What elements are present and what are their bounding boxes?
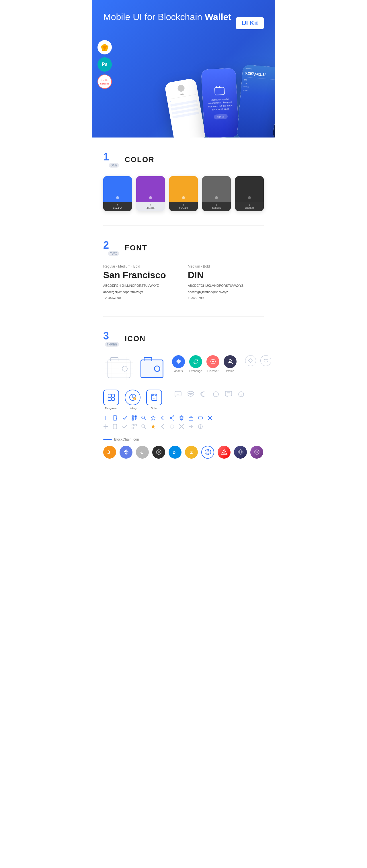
svg-rect-24: [108, 398, 111, 401]
share-icon: [169, 415, 175, 422]
svg-text:Ł: Ł: [140, 450, 143, 455]
color-swatch-dark: #303030: [235, 176, 264, 211]
nav-icons-outline: [245, 355, 275, 366]
check-icon: [122, 415, 127, 422]
svg-rect-22: [108, 394, 111, 397]
check-gray-icon: [122, 424, 127, 430]
svg-point-17: [229, 360, 231, 362]
hero-section: Mobile UI for Blockchain Wallet UI Kit P…: [92, 0, 275, 137]
star-outline-icon: [150, 415, 156, 422]
info-icon: [236, 390, 246, 399]
svg-line-69: [171, 416, 173, 418]
svg-rect-59: [133, 419, 133, 420]
star-filled-icon: [150, 424, 156, 430]
color-section-header: 1 ONE COLOR: [103, 152, 264, 167]
tool-icons-row: [103, 415, 264, 422]
search-icon: [141, 415, 146, 422]
svg-line-64: [144, 418, 146, 420]
svg-text:D: D: [173, 450, 175, 455]
section-2-number: 2 TWO: [103, 240, 119, 256]
svg-marker-100: [158, 451, 160, 454]
phone-center: Character may be manifested in the great…: [201, 68, 239, 137]
zec-icon: Z: [185, 446, 198, 459]
svg-line-85: [144, 427, 146, 429]
tool-icons-gray-row: [103, 424, 264, 430]
svg-point-66: [173, 416, 174, 417]
icon-order: Order: [146, 390, 162, 410]
ltc-icon: Ł: [136, 446, 149, 459]
svg-point-68: [173, 419, 174, 420]
assets-icon-outline: [245, 355, 256, 366]
info-gray-icon: [198, 424, 203, 430]
svg-marker-18: [248, 359, 253, 363]
nav-icons-colored: Assets Exchange Discover Profile: [172, 355, 236, 373]
plus-icon: [103, 415, 108, 422]
svg-rect-43: [225, 391, 232, 396]
history-icon: [125, 390, 140, 405]
svg-rect-57: [133, 416, 133, 417]
sketch-badge: [97, 40, 112, 55]
photoshop-badge: Ps: [97, 57, 112, 72]
eth-icon: [119, 446, 133, 459]
svg-rect-82: [135, 424, 137, 426]
circle-icon: [211, 390, 221, 399]
svg-marker-105: [207, 451, 209, 453]
font-section: 2 TWO FONT Regular · Medium · Bold San F…: [92, 226, 275, 316]
doc-edit-icon: [113, 415, 118, 422]
svg-marker-108: [238, 449, 244, 455]
svg-marker-95: [124, 449, 126, 453]
font-din: Medium · Bold DIN ABCDEFGHIJKLMNOPQRSTUV…: [188, 265, 264, 302]
svg-point-71: [181, 417, 182, 419]
svg-point-92: [200, 425, 201, 426]
svg-marker-13: [176, 359, 181, 364]
svg-rect-25: [112, 398, 114, 401]
ui-kit-badge: UI Kit: [236, 17, 264, 29]
order-icon: [146, 390, 162, 405]
export-icon: [188, 415, 194, 422]
misc-icons: [173, 390, 246, 399]
message-icon: [224, 390, 233, 399]
section-3-number: 3 THREE: [103, 331, 119, 347]
x-gray-icon: [179, 424, 184, 430]
search-gray-icon: [141, 424, 146, 430]
blockchain-label: BlockChain Icon: [103, 437, 264, 441]
icon-exchange: Exchange: [189, 355, 202, 373]
svg-marker-65: [151, 416, 156, 420]
svg-marker-97: [124, 452, 126, 455]
wallet-icon-wireframe: [108, 360, 131, 378]
svg-point-67: [170, 417, 171, 418]
color-swatches: #3574FA #8D40C8 #F5A623 #666666 #303030: [103, 176, 264, 211]
btc-icon: ₿: [103, 446, 116, 459]
icon-large-row: Assets Exchange Discover Profile: [103, 355, 264, 382]
section-1-number: 1 ONE: [103, 152, 119, 167]
color-swatch-orange: #F5A623: [169, 176, 198, 211]
hero-phones: Profile AI Character may be manifested i…: [169, 62, 276, 137]
color-swatch-blue: #3574FA: [103, 176, 132, 211]
ark-icon: [218, 446, 230, 459]
icon-profile: Profile: [224, 355, 236, 373]
svg-rect-83: [132, 427, 134, 429]
font-grid: Regular · Medium · Bold San Francisco AB…: [103, 265, 264, 302]
svg-rect-81: [132, 424, 134, 426]
svg-point-16: [212, 361, 214, 362]
blockchain-section: BlockChain Icon ₿ Ł D: [103, 437, 264, 459]
double-arrow-gray-icon: [169, 424, 175, 430]
layers-icon: [186, 390, 195, 399]
svg-point-109: [239, 451, 242, 453]
phone-right: myWallet 6,297,502.12 BTC ETH WAVES QTUM: [237, 64, 275, 137]
icon-history: History: [125, 390, 140, 410]
wallet-icon-solid: [140, 360, 163, 378]
dash-icon: D: [169, 446, 181, 459]
pow-icon: [234, 446, 247, 459]
crypto-icons-grid: ₿ Ł D Z: [103, 446, 264, 459]
icon-assets: Assets: [172, 355, 185, 373]
svg-rect-23: [112, 394, 114, 397]
wallet-wireframe-wrap: [103, 355, 135, 382]
poa-icon: [250, 446, 263, 459]
icon-management: Mangment: [103, 390, 119, 410]
chevron-left-icon: [160, 415, 165, 422]
font-sf: Regular · Medium · Bold San Francisco AB…: [103, 265, 179, 302]
blk-icon: [152, 446, 165, 459]
svg-text:Z: Z: [190, 450, 193, 455]
blockchain-line: [103, 439, 112, 440]
